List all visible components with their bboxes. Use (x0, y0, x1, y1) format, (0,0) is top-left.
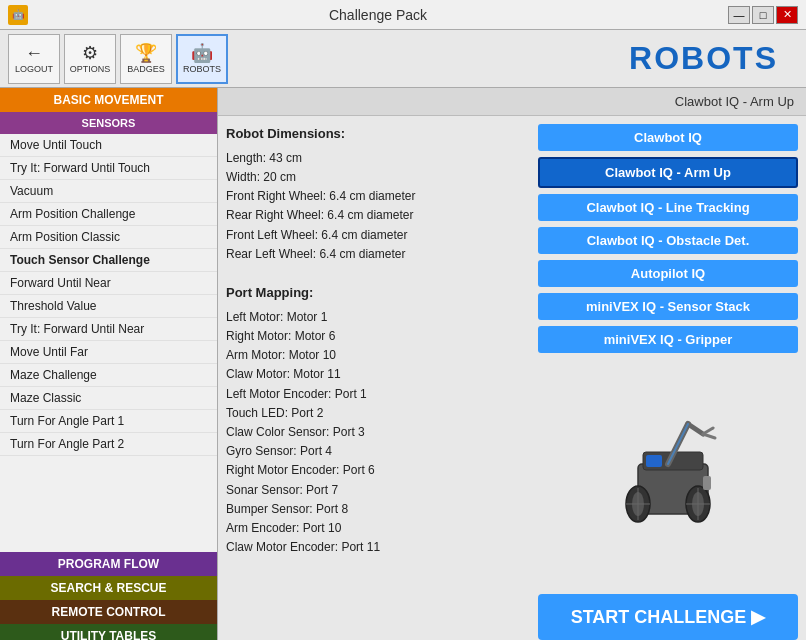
sidebar-program-flow[interactable]: PROGRAM FLOW (0, 552, 217, 576)
sidebar-search-rescue[interactable]: SEARCH & RESCUE (0, 576, 217, 600)
port-10: Bumper Sensor: Port 8 (226, 500, 528, 519)
robot-minivex-sensor-stack[interactable]: miniVEX IQ - Sensor Stack (538, 293, 798, 320)
close-button[interactable]: ✕ (776, 6, 798, 24)
sidebar: BASIC MOVEMENT SENSORS Move Until Touch … (0, 88, 218, 640)
start-label: START CHALLENGE ▶ (571, 606, 766, 628)
sidebar-item-12[interactable]: Turn For Angle Part 1 (0, 410, 217, 433)
robot-clawbot-iq-line-tracking[interactable]: Clawbot IQ - Line Tracking (538, 194, 798, 221)
sidebar-item-3[interactable]: Arm Position Challenge (0, 203, 217, 226)
port-1: Right Motor: Motor 6 (226, 327, 528, 346)
sidebar-item-2[interactable]: Vacuum (0, 180, 217, 203)
sidebar-basic-movement[interactable]: BASIC MOVEMENT (0, 88, 217, 112)
port-3: Claw Motor: Motor 11 (226, 365, 528, 384)
sidebar-item-10[interactable]: Maze Challenge (0, 364, 217, 387)
right-panel: Clawbot IQ Clawbot IQ - Arm Up Clawbot I… (538, 124, 798, 640)
port-11: Arm Encoder: Port 10 (226, 519, 528, 538)
content-area: Clawbot IQ - Arm Up Robot Dimensions: Le… (218, 88, 806, 640)
dim-5: Rear Left Wheel: 6.4 cm diameter (226, 245, 528, 264)
dim-0: Length: 43 cm (226, 149, 528, 168)
sidebar-item-list: Move Until Touch Try It: Forward Until T… (0, 134, 217, 552)
port-12: Claw Motor Encoder: Port 11 (226, 538, 528, 557)
port-8: Right Motor Encoder: Port 6 (226, 461, 528, 480)
dim-2: Front Right Wheel: 6.4 cm diameter (226, 187, 528, 206)
content-header: Clawbot IQ - Arm Up (218, 88, 806, 116)
info-panel: Robot Dimensions: Length: 43 cm Width: 2… (226, 124, 528, 640)
toolbar: ← LOGOUT ⚙ OPTIONS 🏆 BADGES 🤖 ROBOTS ROB… (0, 30, 806, 88)
robots-btn-label: ROBOTS (183, 64, 221, 74)
dim-3: Rear Right Wheel: 6.4 cm diameter (226, 206, 528, 225)
sidebar-item-6[interactable]: Forward Until Near (0, 272, 217, 295)
window-title: Challenge Pack (329, 7, 427, 23)
port-0: Left Motor: Motor 1 (226, 308, 528, 327)
robots-logo: ROBOTS (629, 40, 798, 77)
minimize-button[interactable]: — (728, 6, 750, 24)
badges-button[interactable]: 🏆 BADGES (120, 34, 172, 84)
sidebar-item-4[interactable]: Arm Position Classic (0, 226, 217, 249)
sidebar-item-0[interactable]: Move Until Touch (0, 134, 217, 157)
gear-icon: ⚙ (82, 44, 98, 62)
svg-rect-6 (646, 455, 662, 467)
robots-button[interactable]: 🤖 ROBOTS (176, 34, 228, 84)
maximize-button[interactable]: □ (752, 6, 774, 24)
dim-4: Front Left Wheel: 6.4 cm diameter (226, 226, 528, 245)
port-4: Left Motor Encoder: Port 1 (226, 385, 528, 404)
logout-button[interactable]: ← LOGOUT (8, 34, 60, 84)
sidebar-item-8[interactable]: Try It: Forward Until Near (0, 318, 217, 341)
robot-clawbot-iq-arm-up[interactable]: Clawbot IQ - Arm Up (538, 157, 798, 188)
badges-label: BADGES (127, 64, 165, 74)
window-controls: — □ ✕ (728, 6, 798, 24)
sidebar-item-11[interactable]: Maze Classic (0, 387, 217, 410)
robot-autopilot-iq[interactable]: Autopilot IQ (538, 260, 798, 287)
app-icon: 🤖 (8, 5, 28, 25)
port-6: Claw Color Sensor: Port 3 (226, 423, 528, 442)
options-label: OPTIONS (70, 64, 111, 74)
options-button[interactable]: ⚙ OPTIONS (64, 34, 116, 84)
robot-clawbot-iq-obstacle-det[interactable]: Clawbot IQ - Obstacle Det. (538, 227, 798, 254)
sidebar-remote-control[interactable]: REMOTE CONTROL (0, 600, 217, 624)
sidebar-item-7[interactable]: Threshold Value (0, 295, 217, 318)
port-2: Arm Motor: Motor 10 (226, 346, 528, 365)
start-challenge-button[interactable]: START CHALLENGE ▶ (538, 594, 798, 640)
trophy-icon: 🏆 (135, 44, 157, 62)
robot-minivex-gripper[interactable]: miniVEX IQ - Gripper (538, 326, 798, 353)
sidebar-item-9[interactable]: Move Until Far (0, 341, 217, 364)
robot-icon: 🤖 (191, 44, 213, 62)
dim-1: Width: 20 cm (226, 168, 528, 187)
main-area: BASIC MOVEMENT SENSORS Move Until Touch … (0, 88, 806, 640)
svg-line-10 (703, 434, 715, 438)
sidebar-sensors[interactable]: SENSORS (0, 112, 217, 134)
sidebar-item-1[interactable]: Try It: Forward Until Touch (0, 157, 217, 180)
logout-label: LOGOUT (15, 64, 53, 74)
port-5: Touch LED: Port 2 (226, 404, 528, 423)
svg-line-8 (688, 424, 703, 434)
robot-clawbot-iq[interactable]: Clawbot IQ (538, 124, 798, 151)
sidebar-item-5[interactable]: Touch Sensor Challenge (0, 249, 217, 272)
title-bar: 🤖 Challenge Pack — □ ✕ (0, 0, 806, 30)
port-mapping-title: Port Mapping: (226, 283, 528, 304)
dimensions-title: Robot Dimensions: (226, 124, 528, 145)
svg-rect-12 (703, 476, 711, 490)
port-7: Gyro Sensor: Port 4 (226, 442, 528, 461)
sidebar-utility-tables[interactable]: UTILITY TABLES (0, 624, 217, 640)
content-body: Robot Dimensions: Length: 43 cm Width: 2… (218, 116, 806, 640)
robot-image (538, 359, 798, 588)
port-9: Sonar Sensor: Port 7 (226, 481, 528, 500)
logout-icon: ← (25, 44, 43, 62)
sidebar-item-13[interactable]: Turn For Angle Part 2 (0, 433, 217, 456)
